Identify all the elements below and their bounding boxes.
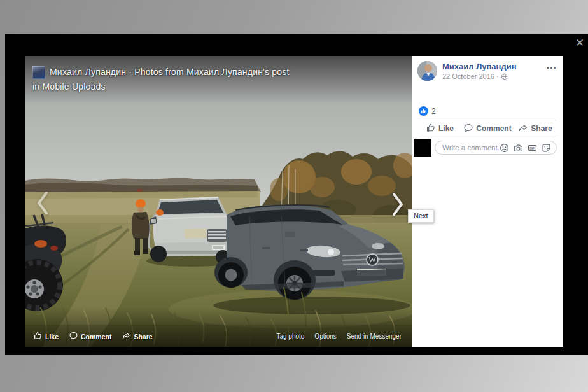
chevron-right-icon bbox=[389, 192, 405, 219]
photo-like-button[interactable]: Like bbox=[34, 332, 59, 341]
profile-avatar[interactable] bbox=[417, 61, 437, 81]
globe-icon bbox=[501, 73, 508, 80]
reaction-count: 2 bbox=[431, 107, 436, 116]
post-menu-button[interactable]: ... bbox=[547, 60, 557, 71]
next-photo-button[interactable] bbox=[384, 188, 410, 221]
photo-image[interactable] bbox=[25, 56, 412, 347]
photo-toolbar: Like Comment Share Tag photo Op bbox=[34, 332, 405, 341]
commenter-avatar bbox=[414, 139, 431, 157]
photo-comment-button[interactable]: Comment bbox=[69, 332, 111, 341]
photo-stage: Михаил Лупандин · Photos from Михаил Луп… bbox=[25, 56, 412, 347]
gif-icon[interactable] bbox=[528, 143, 537, 153]
photo-header: Михаил Лупандин · Photos from Михаил Луп… bbox=[32, 65, 295, 94]
post-timestamp[interactable]: 22 October 2016 · bbox=[442, 73, 499, 80]
options-link[interactable]: Options bbox=[314, 333, 336, 340]
divider bbox=[419, 120, 557, 120]
photo-viewer-card: Михаил Лупандин · Photos from Михаил Луп… bbox=[25, 56, 563, 347]
send-in-messenger-link[interactable]: Send in Messenger bbox=[347, 333, 402, 340]
emoji-icon[interactable] bbox=[500, 143, 509, 153]
thumbs-up-icon bbox=[426, 123, 435, 134]
comment-label: Comment bbox=[476, 124, 511, 133]
composer-icons bbox=[500, 143, 551, 153]
comment-icon bbox=[69, 332, 78, 341]
comment-icon bbox=[464, 123, 473, 134]
post-actions: Like Comment Share bbox=[416, 121, 559, 136]
prev-photo-button[interactable] bbox=[31, 187, 56, 220]
share-icon bbox=[122, 332, 130, 341]
photo-share-button[interactable]: Share bbox=[122, 332, 152, 341]
like-reaction-icon bbox=[419, 106, 428, 116]
close-icon[interactable]: ✕ bbox=[573, 36, 587, 50]
photo-content bbox=[25, 56, 412, 347]
like-button[interactable]: Like bbox=[416, 121, 464, 136]
comment-button[interactable]: Comment bbox=[464, 121, 512, 136]
reactions-summary[interactable]: 2 bbox=[419, 106, 436, 116]
comment-composer bbox=[414, 139, 557, 157]
photo-title: Михаил Лупандин · Photos from Михаил Луп… bbox=[32, 67, 290, 92]
lightbox-backdrop: ✕ bbox=[5, 34, 588, 355]
thumbs-up-icon bbox=[34, 332, 42, 341]
sticker-icon[interactable] bbox=[542, 143, 551, 153]
next-tooltip: Next bbox=[408, 209, 434, 223]
post-header: Михаил Лупандин 22 October 2016 · ... bbox=[417, 61, 558, 81]
avatar bbox=[32, 66, 45, 79]
desktop-background: ✕ bbox=[0, 0, 588, 392]
photo-like-label: Like bbox=[45, 333, 59, 340]
like-label: Like bbox=[438, 124, 454, 133]
divider bbox=[419, 137, 557, 137]
chevron-left-icon bbox=[36, 190, 51, 218]
photo-comment-label: Comment bbox=[81, 333, 111, 340]
camera-icon[interactable] bbox=[514, 143, 523, 153]
tag-photo-link[interactable]: Tag photo bbox=[276, 333, 304, 340]
share-icon bbox=[519, 123, 528, 134]
share-label: Share bbox=[531, 124, 552, 133]
post-sidebar: Михаил Лупандин 22 October 2016 · ... bbox=[412, 56, 563, 347]
share-button[interactable]: Share bbox=[512, 121, 559, 136]
author-link[interactable]: Михаил Лупандин bbox=[442, 62, 517, 72]
photo-share-label: Share bbox=[134, 333, 152, 340]
